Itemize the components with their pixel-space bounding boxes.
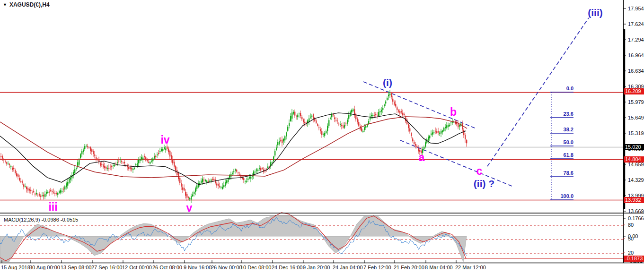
time-axis-label: 13 Sep 08:00: [61, 265, 91, 270]
elliott-wave-label-ii[interactable]: (ii) ?: [474, 179, 494, 188]
elliott-wave-label-iii[interactable]: (iii): [588, 8, 603, 17]
time-axis-label: 10 Dec 08:00: [240, 265, 271, 270]
symbol-title: ▼XAGUSD(€),H4: [3, 1, 50, 8]
time-axis-label: 8 Mar 04:00: [425, 265, 453, 270]
time-axis-label: 22 Mar 12:00: [455, 265, 486, 270]
price-tick-label-15.319: 15.319: [628, 131, 644, 136]
fibonacci-level-label-100.0: 100.0: [560, 194, 573, 199]
price-badge-13.932: 13.932: [624, 197, 644, 203]
macd-tick-label-20: 20: [628, 250, 634, 256]
elliott-wave-label-iii[interactable]: iii: [48, 202, 57, 213]
price-tick-label-14.329: 14.329: [628, 178, 644, 183]
fibonacci-level-label-23.6: 23.6: [564, 111, 573, 117]
elliott-wave-label-v[interactable]: v: [186, 203, 193, 214]
time-axis-label: 9 Jan 20:00: [303, 265, 330, 270]
macd-tick-label-0.1766: 0.1766: [628, 216, 644, 221]
elliott-wave-label-i[interactable]: (i): [383, 77, 392, 87]
fibonacci-level-label-0.0: 0.0: [566, 86, 573, 91]
time-axis-label: 26 Oct 08:00: [152, 265, 182, 270]
time-axis-label: 24 Jan 04:00: [333, 265, 363, 270]
price-tick-label-14.659: 14.659: [628, 162, 644, 167]
chart-window: ▼XAGUSD(€),H4 MACD(12,26,9) -0.0986 -0.0…: [0, 0, 644, 274]
price-badge-14.804: 14.804: [624, 156, 644, 163]
price-badge-15.020: 15.020: [624, 144, 644, 150]
time-axis-label: 30 Aug 00:00: [29, 265, 60, 270]
time-axis-label: 7 Feb 12:00: [363, 265, 391, 270]
macd-tick-label-80: 80: [628, 223, 634, 228]
fibonacci-level-label-78.6: 78.6: [564, 171, 573, 176]
price-tick-label-17.624: 17.624: [628, 22, 644, 27]
time-axis-label: 15 Aug 2018: [1, 265, 30, 270]
macd-indicator-label: MACD(12,26,9) -0.0986 -0.0515: [4, 217, 78, 223]
time-axis-label: 24 Dec 16:00: [272, 265, 302, 270]
price-tick-label-17.294: 17.294: [628, 37, 644, 43]
symbol-title-text: XAGUSD(€),H4: [9, 1, 50, 8]
elliott-wave-label-a[interactable]: a: [419, 152, 425, 163]
time-axis-label: 27 Sep 16:00: [91, 265, 122, 270]
chart-canvas[interactable]: [0, 0, 644, 274]
time-axis-label: 9 Nov 16:00: [184, 265, 212, 270]
fibonacci-level-label-38.2: 38.2: [564, 127, 573, 132]
price-badge-16.209: 16.209: [624, 88, 644, 94]
price-tick-label-15.649: 15.649: [628, 115, 644, 120]
dropdown-triangle-icon[interactable]: ▼: [3, 2, 7, 7]
fibonacci-level-label-61.8: 61.8: [564, 153, 573, 158]
macd-tick-label-50: 50: [628, 236, 634, 241]
elliott-wave-label-iv[interactable]: iv: [160, 135, 169, 146]
time-axis-label: 26 Nov 00:00: [211, 265, 242, 270]
price-tick-label-15.979: 15.979: [628, 100, 644, 105]
price-badge--0.1873: -0.1873: [624, 256, 644, 262]
price-tick-label-16.964: 16.964: [628, 53, 644, 58]
fibonacci-level-label-50.0: 50.0: [564, 140, 573, 145]
price-tick-label-16.634: 16.634: [628, 68, 644, 74]
time-axis-label: 12 Oct 00:00: [122, 265, 152, 270]
price-tick-label-13.669: 13.669: [628, 209, 644, 214]
elliott-wave-label-c[interactable]: c: [476, 166, 483, 177]
price-axis-range-bar[interactable]: [624, 29, 625, 209]
time-axis-label: 21 Feb 20:00: [394, 265, 424, 270]
elliott-wave-label-b[interactable]: b: [450, 107, 457, 118]
price-tick-label-17.954: 17.954: [628, 6, 644, 11]
